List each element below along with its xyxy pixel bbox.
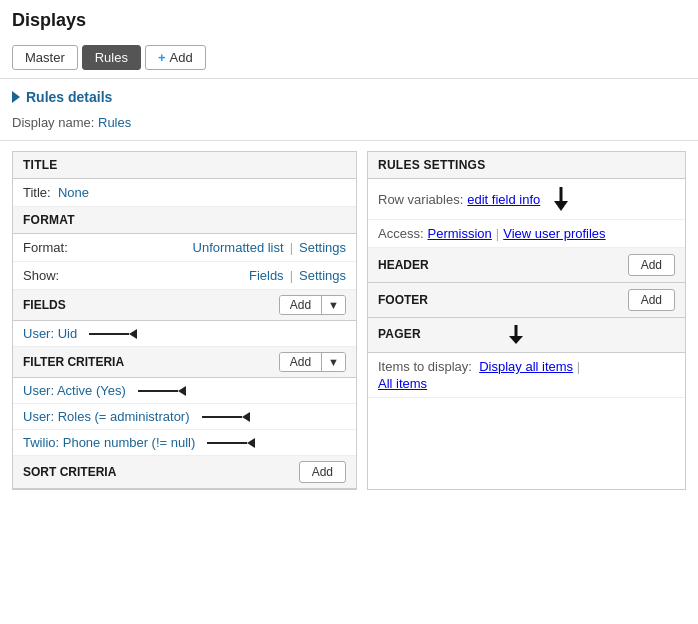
- format-row: Format: Unformatted list | Settings: [13, 234, 356, 262]
- arrow-line3: [202, 412, 250, 422]
- svg-marker-1: [554, 201, 568, 211]
- filter-roles-link[interactable]: User: Roles (= administrator): [23, 409, 190, 424]
- phone-arrow: [207, 438, 255, 448]
- fields-header-label: FIELDS: [23, 298, 66, 312]
- main-content: TITLE Title: None FORMAT Format: Unforma…: [0, 141, 698, 500]
- tab-rules[interactable]: Rules: [82, 45, 141, 70]
- pager-section-header: PAGER: [368, 318, 685, 353]
- separator: |: [290, 240, 293, 255]
- filter-add-split: Add ▼: [279, 352, 346, 372]
- sort-add-button[interactable]: Add: [299, 461, 346, 483]
- access-label: Access:: [378, 226, 424, 241]
- filter-active-link[interactable]: User: Active (Yes): [23, 383, 126, 398]
- show-row: Show: Fields | Settings: [13, 262, 356, 290]
- all-items-line: All items: [378, 376, 675, 391]
- header-section-header: HEADER Add: [368, 248, 685, 283]
- filter-section-header: FILTER CRITERIA Add ▼: [13, 347, 356, 378]
- filter-phone-link[interactable]: Twilio: Phone number (!= null): [23, 435, 195, 450]
- sort-header-label: SORT CRITERIA: [23, 465, 116, 479]
- filter-item-phone: Twilio: Phone number (!= null): [13, 430, 356, 456]
- display-name-row: Display name: Rules: [12, 115, 686, 130]
- page-title: Displays: [0, 0, 698, 39]
- display-name-link[interactable]: Rules: [98, 115, 131, 130]
- tab-master[interactable]: Master: [12, 45, 78, 70]
- format-label: Format:: [23, 240, 68, 255]
- show-label: Show:: [23, 268, 59, 283]
- display-all-link[interactable]: Display all items: [479, 359, 573, 374]
- arrow-shaft4: [207, 442, 247, 444]
- arrow-line4: [207, 438, 255, 448]
- title-row: Title: None: [13, 179, 356, 207]
- plus-icon: +: [158, 50, 166, 65]
- pager-label: PAGER: [378, 327, 421, 341]
- filter-add-dropdown[interactable]: ▼: [321, 353, 345, 371]
- rules-details-section: Rules details Display name: Rules: [0, 79, 698, 141]
- permission-link[interactable]: Permission: [428, 226, 492, 241]
- format-links: Unformatted list | Settings: [193, 240, 346, 255]
- triangle-icon: [12, 91, 20, 103]
- uid-link[interactable]: User: Uid: [23, 326, 77, 341]
- pager-items-line: Items to display: Display all items |: [378, 359, 675, 374]
- filter-header-label: FILTER CRITERIA: [23, 355, 124, 369]
- active-arrow: [138, 386, 186, 396]
- pager-arrow-icon: [505, 324, 527, 346]
- row-variables-arrow: [550, 185, 572, 213]
- header-label: HEADER: [378, 258, 429, 272]
- format-settings-link[interactable]: Settings: [299, 240, 346, 255]
- fields-section-header: FIELDS Add ▼: [13, 290, 356, 321]
- down-arrow-icon: [550, 185, 572, 213]
- tab-add-button[interactable]: + Add: [145, 45, 206, 70]
- arrow-line: [89, 329, 137, 339]
- header-add-button[interactable]: Add: [628, 254, 675, 276]
- show-links: Fields | Settings: [249, 268, 346, 283]
- rules-settings-header: RULES SETTINGS: [368, 152, 685, 179]
- add-label: Add: [170, 50, 193, 65]
- filter-item-active: User: Active (Yes): [13, 378, 356, 404]
- arrow-shaft2: [138, 390, 178, 392]
- footer-label: FOOTER: [378, 293, 428, 307]
- svg-marker-3: [509, 336, 523, 344]
- roles-arrow: [202, 412, 250, 422]
- separator2: |: [290, 268, 293, 283]
- access-separator: |: [496, 226, 499, 241]
- title-label: Title: None: [23, 185, 89, 200]
- title-section-header: TITLE: [13, 152, 356, 179]
- format-section-header: FORMAT: [13, 207, 356, 234]
- pager-separator: |: [577, 359, 580, 374]
- sort-section-header: SORT CRITERIA Add: [13, 456, 356, 489]
- fields-link[interactable]: Fields: [249, 268, 284, 283]
- title-value-link[interactable]: None: [58, 185, 89, 200]
- filter-item-roles: User: Roles (= administrator): [13, 404, 356, 430]
- footer-add-button[interactable]: Add: [628, 289, 675, 311]
- arrow-head2: [178, 386, 186, 396]
- row-variables-row: Row variables: edit field info: [368, 179, 685, 220]
- footer-section-header: FOOTER Add: [368, 283, 685, 318]
- view-user-profiles-link[interactable]: View user profiles: [503, 226, 605, 241]
- fields-add-split: Add ▼: [279, 295, 346, 315]
- tab-bar: Master Rules + Add: [0, 39, 698, 79]
- uid-arrow: [89, 329, 137, 339]
- edit-field-info-link[interactable]: edit field info: [467, 192, 540, 207]
- arrow-head3: [242, 412, 250, 422]
- arrow-head4: [247, 438, 255, 448]
- arrow-shaft3: [202, 416, 242, 418]
- arrow-head: [129, 329, 137, 339]
- display-name-label: Display name:: [12, 115, 94, 130]
- fields-add-dropdown[interactable]: ▼: [321, 296, 345, 314]
- pager-items-row: Items to display: Display all items | Al…: [368, 353, 685, 398]
- left-panel: TITLE Title: None FORMAT Format: Unforma…: [12, 151, 357, 490]
- row-variables-label: Row variables:: [378, 192, 463, 207]
- rules-details-title: Rules details: [26, 89, 112, 105]
- show-settings-link[interactable]: Settings: [299, 268, 346, 283]
- arrow-line2: [138, 386, 186, 396]
- access-row: Access: Permission | View user profiles: [368, 220, 685, 248]
- arrow-shaft: [89, 333, 129, 335]
- rules-details-header: Rules details: [12, 89, 686, 105]
- format-link[interactable]: Unformatted list: [193, 240, 284, 255]
- fields-item-uid: User: Uid: [13, 321, 356, 347]
- filter-add-button[interactable]: Add: [280, 353, 321, 371]
- items-label: Items to display:: [378, 359, 472, 374]
- all-items-link[interactable]: All items: [378, 376, 427, 391]
- right-panel: RULES SETTINGS Row variables: edit field…: [367, 151, 686, 490]
- fields-add-button[interactable]: Add: [280, 296, 321, 314]
